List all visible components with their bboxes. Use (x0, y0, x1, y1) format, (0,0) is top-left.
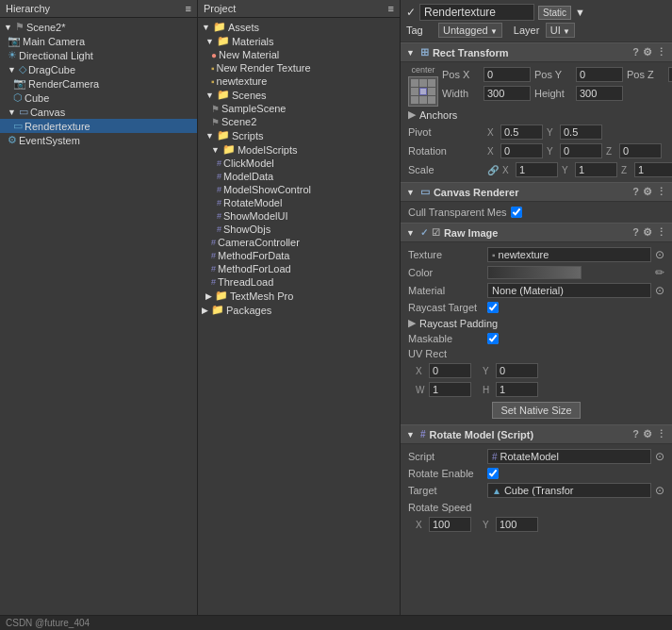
material-ref[interactable]: None (Material) (487, 283, 651, 298)
assets-thread-load[interactable]: # ThreadLoad (198, 275, 400, 289)
rotate-speed-x-input[interactable] (429, 517, 471, 532)
posy-input[interactable] (576, 67, 623, 82)
scale-x-input[interactable] (516, 162, 558, 177)
height-input[interactable] (576, 86, 623, 101)
hierarchy-item-scene2[interactable]: ▼ ⚑ Scene2* (0, 20, 197, 34)
hierarchy-item-drag-cube[interactable]: ▼ ◇ DragCube (0, 62, 197, 76)
rot-x-input[interactable] (500, 143, 543, 158)
assets-show-objs[interactable]: # ShowObjs (198, 223, 400, 236)
assets-model-show-control[interactable]: # ModelShowControl (198, 183, 400, 196)
uv-y-input[interactable] (496, 363, 538, 378)
script-ref[interactable]: # RotateModel (487, 449, 651, 464)
hierarchy-tree: ▼ ⚑ Scene2* 📷 Main Camera ☀ Directional … (0, 18, 197, 615)
set-native-size-button[interactable]: Set Native Size (492, 402, 580, 419)
assets-new-render-texture[interactable]: ▪ New Render Texture (198, 61, 400, 75)
object-name-field[interactable]: Rendertexture (419, 4, 534, 21)
rm-menu-icon[interactable]: ⋮ (656, 428, 666, 440)
rect-help-icon[interactable]: ? (632, 46, 639, 58)
canvas-renderer-header[interactable]: ▼ ▭ Canvas Renderer ? ⚙ ⋮ (401, 182, 672, 202)
rotate-model-label: RotateModel (223, 197, 282, 208)
method-for-data-label: MethodForData (218, 250, 289, 261)
posy-label: Pos Y (534, 69, 572, 80)
scale-z-input[interactable] (634, 162, 672, 177)
assets-model-scripts[interactable]: ▼ 📁 ModelScripts (198, 142, 400, 157)
rot-y-input[interactable] (560, 143, 602, 158)
assets-new-material[interactable]: ● New Material (198, 48, 400, 61)
assets-show-model-ui[interactable]: # ShowModelUI (198, 209, 400, 223)
assets-method-for-data[interactable]: # MethodForData (198, 249, 400, 262)
rotate-enable-checkbox[interactable] (487, 468, 499, 479)
script-label: Script (408, 451, 484, 462)
scale-y-input[interactable] (575, 162, 617, 177)
rm-settings-icon[interactable]: ⚙ (643, 428, 652, 440)
hierarchy-item-rendertexture[interactable]: ▭ Rendertexture (0, 119, 197, 133)
assets-root[interactable]: ▼ 📁 Assets (198, 20, 400, 34)
assets-method-for-load[interactable]: # MethodForLoad (198, 262, 400, 275)
uv-w-input[interactable] (429, 382, 471, 397)
assets-scene2[interactable]: ⚑ Scene2 (198, 115, 400, 128)
assets-camera-controller[interactable]: # CameraController (198, 236, 400, 249)
cr-help-icon[interactable]: ? (632, 186, 639, 198)
posx-input[interactable] (484, 67, 531, 82)
posz-input[interactable] (668, 67, 672, 82)
drag-cube-label: DragCube (28, 64, 75, 75)
maskable-checkbox[interactable] (487, 333, 499, 344)
pivot-x-input[interactable] (500, 124, 543, 140)
cr-menu-icon[interactable]: ⋮ (656, 186, 666, 198)
texture-clear-icon[interactable]: ⊙ (655, 248, 664, 261)
assets-sample-scene[interactable]: ⚑ SampleScene (198, 102, 400, 115)
color-swatch[interactable] (487, 266, 582, 279)
assets-packages[interactable]: ▶ 📁 Packages (198, 303, 400, 317)
hierarchy-item-event-system[interactable]: ⚙ EventSystem (0, 133, 197, 147)
uv-h-input[interactable] (496, 382, 538, 397)
hierarchy-item-directional-light[interactable]: ☀ Directional Light (0, 48, 197, 62)
cr-settings-icon[interactable]: ⚙ (643, 186, 652, 198)
rect-transform-header[interactable]: ▼ ⊞ Rect Transform ? ⚙ ⋮ (401, 42, 672, 62)
assets-rotate-model[interactable]: # RotateModel (198, 196, 400, 209)
width-input[interactable] (484, 86, 531, 101)
texture-ref[interactable]: ▪ newtexture (487, 247, 651, 262)
assets-scenes[interactable]: ▼ 📁 Scenes (198, 88, 400, 102)
assets-model-data[interactable]: # ModelData (198, 170, 400, 183)
rect-settings-icon[interactable]: ⚙ (643, 46, 652, 58)
hierarchy-item-render-camera[interactable]: 📷 RenderCamera (0, 76, 197, 91)
hierarchy-item-main-camera[interactable]: 📷 Main Camera (0, 34, 197, 48)
assets-newtexture[interactable]: ▪ newtexture (198, 75, 400, 88)
assets-textmesh-pro[interactable]: ▶ 📁 TextMesh Pro (198, 289, 400, 303)
rotate-enable-row: Rotate Enable (408, 466, 664, 481)
material-clear-icon[interactable]: ⊙ (655, 284, 664, 297)
rect-menu-icon[interactable]: ⋮ (656, 46, 666, 58)
rotate-model-header[interactable]: ▼ # Rotate Model (Script) ? ⚙ ⋮ (401, 424, 672, 444)
target-ref[interactable]: ▲ Cube (Transfor (487, 483, 651, 498)
assets-scripts[interactable]: ▼ 📁 Scripts (198, 128, 400, 142)
anchor-pivot-widget[interactable] (408, 76, 438, 107)
hierarchy-menu-icon[interactable]: ≡ (186, 3, 191, 14)
hierarchy-item-cube[interactable]: ⬡ Cube (0, 91, 197, 105)
tag-dropdown[interactable]: Untagged (438, 23, 502, 38)
ri-menu-icon[interactable]: ⋮ (656, 226, 666, 239)
ri-help-icon[interactable]: ? (632, 226, 639, 239)
assets-materials[interactable]: ▼ 📁 Materials (198, 34, 400, 48)
target-clear-icon[interactable]: ⊙ (655, 484, 664, 497)
hierarchy-item-canvas[interactable]: ▼ ▭ Canvas (0, 105, 197, 119)
rotate-speed-y-input[interactable] (496, 517, 538, 532)
rm-help-icon[interactable]: ? (632, 428, 639, 440)
anchors-label[interactable]: Anchors (419, 109, 457, 121)
rot-z-input[interactable] (619, 143, 662, 158)
script-clear-icon[interactable]: ⊙ (655, 450, 664, 463)
raycast-padding-label[interactable]: Raycast Padding (419, 318, 498, 329)
new-render-texture-label: New Render Texture (217, 62, 311, 74)
layer-dropdown[interactable]: UI (546, 23, 575, 38)
assets-menu-icon[interactable]: ≡ (388, 3, 394, 14)
ri-settings-icon[interactable]: ⚙ (643, 226, 652, 239)
raw-image-header[interactable]: ▼ ✓ ☑ Raw Image ? ⚙ ⋮ (401, 223, 672, 242)
cull-transparent-checkbox[interactable] (511, 207, 522, 218)
assets-title: Project (204, 3, 236, 14)
texture-row: Texture ▪ newtexture ⊙ (408, 245, 664, 264)
rotation-label: Rotation (408, 145, 484, 157)
uv-x-input[interactable] (429, 363, 471, 378)
assets-click-model[interactable]: # ClickModel (198, 157, 400, 170)
color-pick-icon[interactable]: ✏ (655, 266, 664, 279)
raycast-target-checkbox[interactable] (487, 302, 499, 313)
pivot-y-input[interactable] (560, 124, 602, 140)
